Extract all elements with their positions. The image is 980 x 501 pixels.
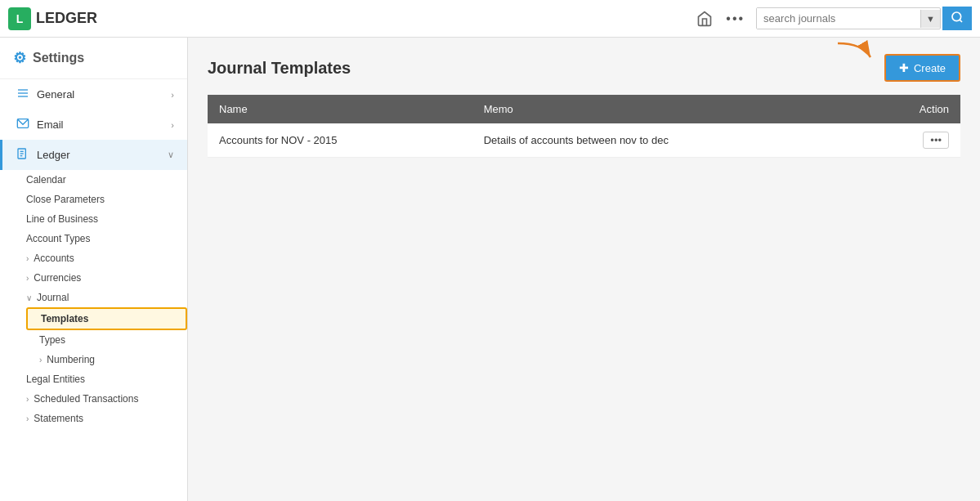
numbering-label: Numbering: [47, 354, 95, 365]
main-layout: ⚙ Settings General ›: [0, 38, 980, 501]
sidebar-item-types[interactable]: Types: [26, 330, 187, 350]
row-memo: Details of accounts between nov to dec: [472, 123, 862, 158]
ledger-icon: [16, 148, 30, 162]
create-icon: ✚: [899, 61, 909, 74]
currencies-label: Currencies: [34, 272, 81, 284]
sidebar-item-email[interactable]: Email ›: [0, 110, 187, 140]
search-bar: ▼: [756, 7, 941, 29]
numbering-expand-icon: ›: [39, 356, 42, 365]
journal-templates-table: Name Memo Action Accounts for NOV - 2015…: [208, 95, 960, 158]
types-label: Types: [39, 334, 65, 346]
table-header-row: Name Memo Action: [208, 95, 960, 123]
col-memo-header: Memo: [472, 95, 862, 123]
create-button[interactable]: ✚ Create: [884, 54, 960, 82]
row-action-button[interactable]: •••: [923, 132, 949, 149]
email-icon: [16, 118, 30, 132]
sidebar-item-legal-entities[interactable]: Legal Entities: [13, 369, 187, 389]
line-of-business-label: Line of Business: [26, 213, 98, 225]
email-label: Email: [37, 119, 64, 131]
sidebar-item-account-types[interactable]: Account Types: [13, 229, 187, 248]
sidebar-item-close-parameters[interactable]: Close Parameters: [13, 190, 187, 209]
general-chevron-icon: ›: [171, 90, 174, 100]
sidebar-settings-header: ⚙ Settings: [0, 38, 187, 79]
topbar-icons: •••: [693, 7, 748, 30]
general-label: General: [37, 88, 74, 101]
search-go-button[interactable]: [942, 7, 972, 30]
search-dropdown-button[interactable]: ▼: [920, 10, 940, 28]
sidebar-item-statements[interactable]: › Statements: [13, 409, 187, 428]
row-action-cell: •••: [862, 123, 960, 158]
sidebar-item-templates[interactable]: Templates: [26, 307, 187, 330]
sidebar-item-journal[interactable]: ∨ Journal: [13, 288, 187, 307]
svg-line-1: [960, 20, 962, 22]
app-logo: L LEDGER: [8, 7, 155, 30]
app-name: LEDGER: [36, 10, 97, 27]
journal-label: Journal: [37, 292, 69, 303]
scheduled-transactions-label: Scheduled Transactions: [34, 393, 138, 405]
ledger-sub-section: Calendar Close Parameters Line of Busine…: [0, 170, 187, 428]
journal-expand-icon: ∨: [26, 293, 32, 302]
statements-expand-icon: ›: [26, 414, 29, 423]
sidebar-item-ledger[interactable]: Ledger ∨: [0, 140, 187, 170]
sidebar-item-line-of-business[interactable]: Line of Business: [13, 209, 187, 229]
email-chevron-icon: ›: [171, 120, 174, 130]
sidebar-item-accounts[interactable]: › Accounts: [13, 248, 187, 268]
arrow-annotation: [830, 39, 879, 64]
search-input[interactable]: [757, 8, 920, 29]
statements-label: Statements: [34, 413, 83, 424]
general-icon: [16, 87, 30, 101]
sidebar: ⚙ Settings General ›: [0, 38, 188, 501]
settings-label: Settings: [33, 51, 84, 65]
ledger-chevron-icon: ∨: [168, 150, 174, 160]
legal-entities-label: Legal Entities: [26, 374, 85, 385]
sidebar-item-currencies[interactable]: › Currencies: [13, 268, 187, 288]
sidebar-item-numbering[interactable]: › Numbering: [26, 350, 187, 369]
sidebar-item-calendar[interactable]: Calendar: [13, 170, 187, 190]
create-button-label: Create: [914, 62, 946, 74]
account-types-label: Account Types: [26, 233, 91, 244]
accounts-expand-icon: ›: [26, 254, 29, 263]
topbar: L LEDGER ••• ▼: [0, 0, 980, 38]
svg-point-0: [952, 12, 961, 21]
ledger-label: Ledger: [37, 149, 69, 161]
row-name: Accounts for NOV - 2015: [208, 123, 472, 158]
col-action-header: Action: [862, 95, 960, 123]
more-icon: •••: [726, 11, 745, 26]
content-area: Journal Templates ✚ Create: [188, 38, 980, 501]
accounts-label: Accounts: [34, 253, 74, 264]
close-parameters-label: Close Parameters: [26, 194, 105, 205]
table-row: Accounts for NOV - 2015 Details of accou…: [208, 123, 960, 158]
templates-label: Templates: [41, 313, 88, 324]
calendar-label: Calendar: [26, 174, 66, 186]
scheduled-transactions-expand-icon: ›: [26, 395, 29, 404]
more-options-button[interactable]: •••: [723, 8, 748, 29]
col-name-header: Name: [208, 95, 472, 123]
page-title: Journal Templates: [208, 59, 351, 78]
sidebar-item-general[interactable]: General ›: [0, 79, 187, 110]
home-button[interactable]: [693, 7, 716, 30]
gear-icon: ⚙: [13, 49, 26, 67]
content-header: Journal Templates ✚ Create: [208, 54, 960, 82]
sidebar-item-scheduled-transactions[interactable]: › Scheduled Transactions: [13, 389, 187, 409]
logo-icon: L: [8, 7, 31, 30]
currencies-expand-icon: ›: [26, 274, 29, 283]
